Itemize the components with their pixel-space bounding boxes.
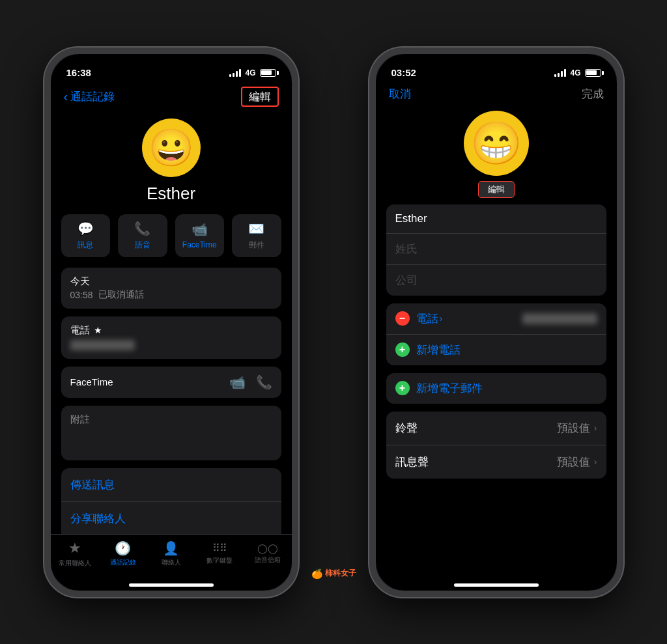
add-phone-label[interactable]: 新增電話 [416,343,461,357]
home-indicator [129,583,214,587]
left-phone: 16:38 4G ‹ 通 [44,48,298,597]
add-email-row: + 新增電子郵件 [386,373,606,404]
facetime-row: FaceTime 📹 📞 [61,367,281,398]
back-chevron-icon: ‹ [64,89,68,104]
edit-button[interactable]: 編輯 [241,87,279,107]
facetime-label-btn: FaceTime [182,240,217,249]
first-name-field[interactable]: Esther [395,212,427,225]
facetime-video-icon[interactable]: 📹 [229,374,246,390]
status-time: 16:38 [66,67,91,78]
phone-edit-card: − 電話 › ██████████ + 新增電話 [386,303,606,365]
call-time: 03:58 [70,290,93,300]
tab-favorites[interactable]: ★ 常用聯絡人 [55,540,94,568]
mail-action-btn[interactable]: ✉️ 郵件 [232,214,281,257]
call-log-card: 今天 03:58 已取消通話 [61,268,281,309]
tab-recents[interactable]: 🕐 通話記錄 [104,540,143,567]
phone-number: ██████████ [70,339,272,351]
recents-icon: 🕐 [115,540,131,556]
info-section: 今天 03:58 已取消通話 電話 ★ [51,268,292,534]
ringtone-label: 鈴聲 [395,421,418,436]
note-card: 附註 [61,406,281,460]
phone-section-label: 電話 [70,324,90,337]
keypad-label: 數字鍵盤 [206,556,233,565]
favorites-icon: ★ [68,540,81,557]
tab-voicemail[interactable]: ◯◯ 語音信箱 [248,543,287,565]
right-network-type: 4G [570,68,580,77]
right-phone: 03:52 4G 取消 完成 [369,48,623,597]
facetime-phone-icon[interactable]: 📞 [256,374,272,390]
company-field[interactable]: 公司 [395,274,418,287]
phone-number-blurred: ██████████ [70,340,135,350]
voice-action-btn[interactable]: 📞 語音 [118,214,167,257]
phone-label-row: 電話 ★ ██████████ [61,316,281,359]
name-fields-card: Esther 姓氏 公司 [386,204,606,296]
network-type: 4G [245,68,255,77]
left-phone-frame: 16:38 4G ‹ 通 [44,48,298,597]
message-icon: 💬 [78,221,94,236]
nav-bar: ‹ 通話記錄 編輯 [51,83,292,112]
call-detail: 03:58 已取消通話 [70,289,272,301]
phone-header: 電話 ★ [70,324,272,337]
facetime-card: FaceTime 📹 📞 [61,367,281,398]
contacts-icon: 👤 [163,540,179,556]
phone-number-edit-value[interactable]: ██████████ [522,313,597,324]
back-button[interactable]: ‹ 通話記錄 [64,89,115,104]
share-contact-link[interactable]: 分享聯絡人 [61,502,281,534]
call-date: 今天 [70,275,272,288]
watermark-emoji: 🍊 [311,568,322,579]
phone-chevron-icon: › [440,313,443,324]
right-home-indicator [454,583,539,587]
ringtone-right: 預設值 › [557,421,597,436]
phone-type-label[interactable]: 電話 [416,311,438,326]
tab-contacts[interactable]: 👤 聯絡人 [152,540,191,567]
back-label: 通話記錄 [70,89,115,104]
notch [122,54,220,74]
add-phone-button[interactable]: + [395,343,410,357]
call-date-row: 今天 03:58 已取消通話 [61,268,281,309]
edit-avatar-section: 😁 編輯 [376,107,617,204]
right-phone-screen: 03:52 4G 取消 完成 [376,54,617,591]
phone-number-card: 電話 ★ ██████████ [61,316,281,359]
signal-bars-icon [229,69,241,77]
done-button[interactable]: 完成 [582,87,604,102]
remove-phone-button[interactable]: − [395,311,410,326]
facetime-action-btn[interactable]: 📹 FaceTime [175,214,225,257]
cancel-button[interactable]: 取消 [389,87,411,102]
note-area: 附註 [70,413,272,453]
recents-label: 通話記錄 [110,558,136,567]
signal-bar-1 [229,74,231,77]
right-notch [447,54,545,74]
phone-label-text: 電話 [416,313,438,325]
edit-fields: Esther 姓氏 公司 − 電話 [376,204,617,581]
battery-icon [260,69,276,77]
keypad-icon: ⠿⠿ [212,542,227,554]
watermark-text: 柿科女子 [325,568,356,579]
last-name-field[interactable]: 姓氏 [395,243,418,255]
call-status: 已取消通話 [98,289,144,301]
contacts-label: 聯絡人 [162,558,181,567]
r-signal-bar-3 [561,71,563,77]
voicemail-icon: ◯◯ [257,543,278,553]
ringtone-value: 預設值 [557,421,590,436]
send-message-text: 傳送訊息 [70,479,115,491]
share-contact-text: 分享聯絡人 [70,512,126,525]
add-email-label[interactable]: 新增電子郵件 [416,381,483,396]
watermark: 🍊 柿科女子 [311,568,356,579]
r-signal-bar-2 [558,73,560,77]
battery-fill [261,70,272,75]
facetime-action-icons: 📹 📞 [229,374,272,390]
links-card: 傳送訊息 分享聯絡人 加入常用聯絡人 [61,468,281,534]
message-action-btn[interactable]: 💬 訊息 [61,214,111,257]
note-row: 附註 [61,406,281,460]
send-message-link[interactable]: 傳送訊息 [61,468,281,502]
right-status-icons: 4G [554,68,601,77]
ringtone-row[interactable]: 鈴聲 預設值 › [386,412,606,445]
ringtone-chevron-icon: › [594,423,597,433]
message-tone-row[interactable]: 訊息聲 預設值 › [386,445,606,479]
add-email-button[interactable]: + [395,381,410,395]
facetime-icon: 📹 [192,221,208,237]
message-label: 訊息 [78,240,93,251]
edit-contact-button[interactable]: 編輯 [478,181,515,198]
r-signal-bar-1 [554,74,556,77]
tab-keypad[interactable]: ⠿⠿ 數字鍵盤 [200,542,239,565]
